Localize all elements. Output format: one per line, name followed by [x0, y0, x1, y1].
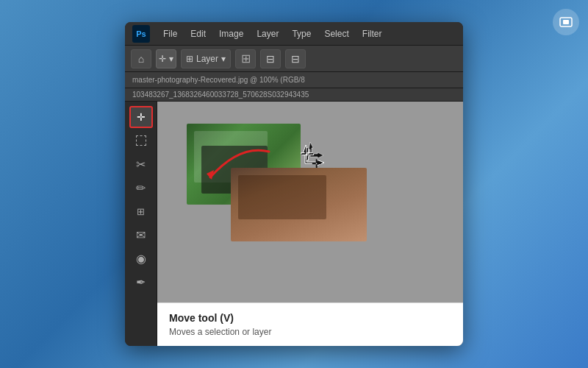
- menu-item-edit[interactable]: Edit: [184, 26, 212, 41]
- ps-window: Ps File Edit Image Layer Type Select Fil…: [125, 22, 463, 346]
- dropdown-arrow-icon: ▾: [221, 54, 226, 64]
- align-button[interactable]: ⊟: [260, 49, 281, 68]
- marquee-tool-button[interactable]: [129, 130, 153, 152]
- move-icon: ✛ ▾: [159, 54, 173, 64]
- lasso-tool-button[interactable]: ✂: [129, 153, 153, 175]
- ps-logo: Ps: [132, 25, 150, 43]
- options-bar: ⌂ ✛ ▾ ⊞ Layer ▾ ⊞ ⊟ ⊟: [125, 46, 463, 72]
- eyedropper-tool-button[interactable]: ✉: [129, 224, 153, 246]
- svg-rect-1: [563, 20, 569, 24]
- canvas-area: ⊹ ✛ Move tool (V) Moves a selection or l…: [157, 102, 463, 346]
- layer-label: Layer: [196, 54, 218, 64]
- left-toolbar: ✛ ✂ ✏ ⊞ ✉ ◉ ✒: [125, 102, 157, 346]
- menu-item-filter[interactable]: Filter: [356, 26, 388, 41]
- menu-item-select[interactable]: Select: [318, 26, 354, 41]
- layers-icon: ⊞: [186, 54, 193, 64]
- brush-tool-icon: ✏: [136, 181, 146, 195]
- grid-icon: ⊞: [241, 52, 251, 66]
- move-tool-tooltip: Move tool (V) Moves a selection or layer: [157, 302, 463, 346]
- tooltip-description: Moves a selection or layer: [169, 327, 451, 337]
- main-area: ✛ ✂ ✏ ⊞ ✉ ◉ ✒: [125, 102, 463, 346]
- crop-tool-button[interactable]: ⊞: [129, 200, 153, 222]
- menu-bar: Ps File Edit Image Layer Type Select Fil…: [125, 22, 463, 46]
- menu-item-type[interactable]: Type: [286, 26, 317, 41]
- subtitle-bar: 103483267_1368326460033728_570628S032943…: [125, 88, 463, 102]
- distribute-icon: ⊟: [291, 53, 300, 65]
- canvas-content: ⊹ ✛ Move tool (V) Moves a selection or l…: [157, 102, 463, 346]
- layer-selector-button[interactable]: ⊞ Layer ▾: [181, 49, 231, 68]
- home-icon: ⌂: [138, 53, 144, 65]
- brush-tool-button[interactable]: ✏: [129, 177, 153, 199]
- menu-item-layer[interactable]: Layer: [251, 26, 284, 41]
- pen-tool-icon: ✒: [136, 275, 146, 289]
- move-tool-icon: ✛: [137, 111, 146, 123]
- move-cursor-indicator: ⊹ ✛: [297, 142, 326, 174]
- lasso-tool-icon: ✂: [136, 158, 146, 171]
- align-icon: ⊟: [266, 53, 275, 65]
- stamp-tool-button[interactable]: ◉: [129, 247, 153, 269]
- grid-options-button[interactable]: ⊞: [235, 49, 256, 68]
- stamp-tool-icon: ◉: [136, 252, 146, 266]
- distribute-button[interactable]: ⊟: [285, 49, 306, 68]
- tooltip-title: Move tool (V): [169, 312, 451, 324]
- screen-record-button[interactable]: [553, 9, 579, 35]
- move-options-button[interactable]: ✛ ▾: [156, 49, 176, 68]
- home-button[interactable]: ⌂: [131, 49, 151, 68]
- menu-item-image[interactable]: Image: [213, 26, 249, 41]
- document-subtitle: 103483267_1368326460033728_570628S032943…: [132, 91, 309, 99]
- title-bar: master-photography-Recovered.jpg @ 100% …: [125, 72, 463, 88]
- menu-item-file[interactable]: File: [157, 26, 183, 41]
- crop-tool-icon: ⊞: [137, 206, 145, 217]
- pen-tool-button[interactable]: ✒: [129, 271, 153, 293]
- move-tool-button[interactable]: ✛: [129, 106, 153, 128]
- photo-layer-2: [231, 168, 367, 241]
- eyedropper-tool-icon: ✉: [136, 228, 146, 242]
- marquee-tool-icon: [136, 135, 146, 146]
- document-title: master-photography-Recovered.jpg @ 100% …: [132, 76, 305, 84]
